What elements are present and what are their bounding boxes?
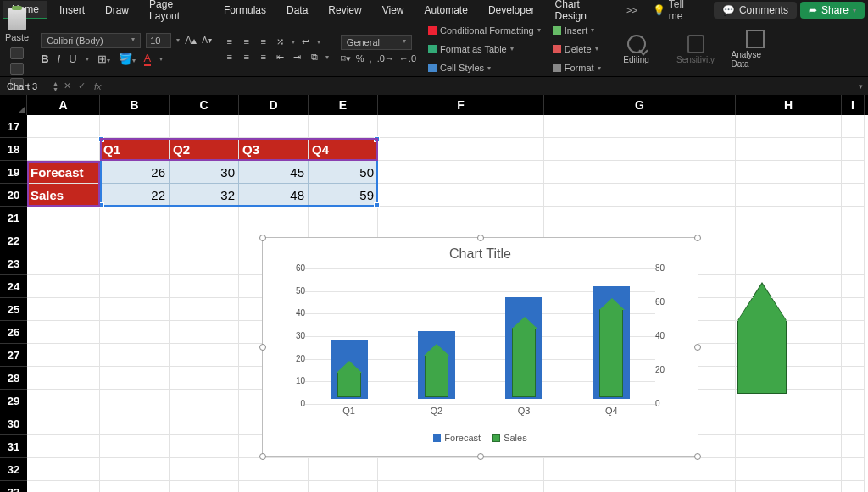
row-header[interactable]: 33 <box>0 481 27 492</box>
increase-font-icon[interactable]: A▴ <box>185 35 197 47</box>
cell[interactable] <box>100 412 170 435</box>
cell[interactable] <box>170 275 239 298</box>
cell[interactable] <box>27 207 100 229</box>
align-middle-icon[interactable]: ≡ <box>241 36 253 47</box>
cell[interactable] <box>100 367 170 390</box>
fill-color-button[interactable]: 🪣▾ <box>119 53 136 65</box>
bold-button[interactable]: B <box>41 53 48 65</box>
cell[interactable] <box>170 298 239 321</box>
comments-button[interactable]: 💬 Comments <box>714 2 797 19</box>
cell[interactable] <box>27 229 100 252</box>
cell[interactable] <box>736 138 842 161</box>
cell[interactable] <box>27 252 100 275</box>
align-center-icon[interactable]: ≡ <box>241 51 253 63</box>
font-name-select[interactable]: Calibri (Body) ▾ <box>41 33 141 48</box>
cell[interactable] <box>100 344 170 367</box>
cell[interactable]: Q4 <box>309 138 378 161</box>
cell[interactable] <box>736 252 842 275</box>
cell[interactable] <box>544 458 736 481</box>
cell[interactable] <box>378 115 544 138</box>
col-header[interactable]: G <box>544 95 736 115</box>
cell[interactable] <box>544 184 736 207</box>
cell[interactable] <box>309 115 378 138</box>
cell[interactable] <box>842 229 865 252</box>
cell[interactable] <box>544 161 736 184</box>
cell[interactable]: 59 <box>309 184 378 207</box>
select-all-button[interactable] <box>0 95 27 115</box>
conditional-formatting-button[interactable]: Conditional Formatting ▾ <box>428 22 541 38</box>
cell[interactable] <box>27 275 100 298</box>
cell[interactable] <box>239 115 309 138</box>
cell[interactable]: Q2 <box>170 138 239 161</box>
cell[interactable] <box>27 412 100 435</box>
wrap-text-icon[interactable]: ↩ <box>300 36 312 47</box>
tab-chart-design[interactable]: Chart Design <box>547 0 620 25</box>
arrow-shape[interactable] <box>737 284 787 394</box>
cell[interactable] <box>27 367 100 390</box>
cell[interactable] <box>378 184 544 207</box>
cancel-formula-icon[interactable]: ✕ <box>60 80 75 91</box>
cell[interactable] <box>100 275 170 298</box>
name-box-stepper[interactable]: ▲▼ <box>51 80 60 92</box>
fx-icon[interactable]: fx <box>89 81 107 91</box>
cell[interactable]: 22 <box>100 184 170 207</box>
col-header[interactable]: I <box>842 95 865 115</box>
cell[interactable] <box>170 481 239 492</box>
cell[interactable] <box>544 115 736 138</box>
italic-button[interactable]: I <box>58 53 61 65</box>
cell[interactable] <box>544 138 736 161</box>
cell[interactable]: 48 <box>239 184 309 207</box>
row-header[interactable]: 26 <box>0 321 27 344</box>
cell[interactable] <box>170 207 239 229</box>
cell[interactable] <box>842 390 865 412</box>
cell[interactable] <box>170 252 239 275</box>
expand-formula-icon[interactable]: ▾ <box>854 82 868 91</box>
cell[interactable] <box>170 412 239 435</box>
row-header[interactable]: 19 <box>0 161 27 184</box>
chevron-down-icon[interactable]: ▾ <box>176 36 180 44</box>
cell[interactable] <box>100 207 170 229</box>
cell[interactable] <box>170 115 239 138</box>
delete-cells-button[interactable]: Delete ▾ <box>553 41 601 57</box>
underline-button[interactable]: U <box>69 53 76 65</box>
cell[interactable]: Forecast <box>27 161 100 184</box>
borders-button[interactable]: ⊞▾ <box>97 53 110 65</box>
cell[interactable] <box>100 390 170 412</box>
chevron-down-icon[interactable]: ▾ <box>159 55 163 63</box>
cell[interactable] <box>842 435 865 458</box>
tab-formulas[interactable]: Formulas <box>215 2 275 19</box>
orientation-icon[interactable]: ⤭ <box>275 36 287 47</box>
cell[interactable] <box>842 321 865 344</box>
tab-draw[interactable]: Draw <box>97 2 137 19</box>
cell[interactable] <box>309 458 378 481</box>
align-top-icon[interactable]: ≡ <box>224 36 236 47</box>
decrease-font-icon[interactable]: A▾ <box>202 36 212 45</box>
col-header[interactable]: H <box>736 95 842 115</box>
cell[interactable] <box>842 481 865 492</box>
editing-group-button[interactable]: Editing <box>613 22 660 76</box>
tell-me-search[interactable]: 💡 Tell me <box>644 0 707 22</box>
cell[interactable]: Q1 <box>100 138 170 161</box>
chart-plot-area[interactable] <box>305 268 655 399</box>
col-header[interactable]: A <box>27 95 100 115</box>
cell[interactable] <box>27 458 100 481</box>
col-header[interactable]: C <box>170 95 239 115</box>
cell[interactable] <box>378 481 544 492</box>
cell[interactable] <box>544 207 736 229</box>
cell[interactable] <box>842 275 865 298</box>
format-as-table-button[interactable]: Format as Table ▾ <box>428 41 541 57</box>
cell[interactable] <box>842 207 865 229</box>
cell[interactable] <box>27 298 100 321</box>
tab-view[interactable]: View <box>374 2 413 19</box>
confirm-formula-icon[interactable]: ✓ <box>75 80 89 91</box>
cell[interactable] <box>239 481 309 492</box>
cell[interactable] <box>170 435 239 458</box>
cell[interactable] <box>842 161 865 184</box>
cell[interactable] <box>842 298 865 321</box>
cell[interactable] <box>544 481 736 492</box>
tab-page-layout[interactable]: Page Layout <box>141 0 212 25</box>
cell[interactable] <box>736 458 842 481</box>
row-header[interactable]: 17 <box>0 115 27 138</box>
cell[interactable] <box>736 481 842 492</box>
cell[interactable] <box>309 481 378 492</box>
